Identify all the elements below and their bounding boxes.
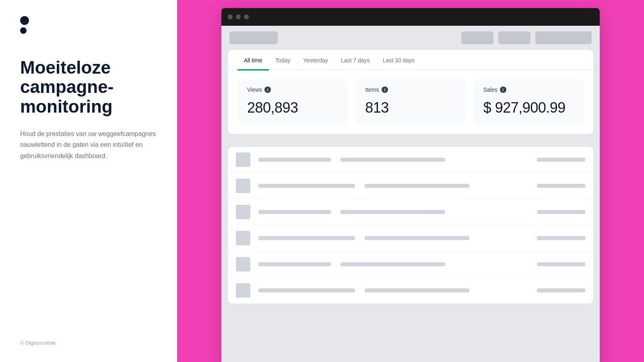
toolbar-btn-2 [498, 31, 530, 44]
copyright: © Digismoothie [20, 340, 56, 346]
stat-label-sales: Sales i [483, 86, 574, 93]
headline: Moeiteloze campagne-monitoring [20, 58, 157, 116]
right-panel: All time Today Yesterday Last 7 days Las… [177, 0, 644, 362]
dash-toolbar [221, 26, 600, 50]
row-content [258, 158, 529, 162]
stats-cards: Views i 280,893 Items i 813 [228, 70, 593, 134]
row-line [258, 262, 331, 266]
stat-card-views: Views i 280,893 [237, 78, 347, 124]
logo [20, 16, 157, 34]
stat-value-views: 280,893 [247, 99, 338, 116]
tab-yesterday[interactable]: Yesterday [297, 50, 334, 70]
row-line [537, 288, 585, 292]
row-line [537, 184, 585, 188]
row-line [258, 158, 331, 162]
stat-card-sales: Sales i $ 927,900.99 [474, 78, 584, 124]
row-line [365, 236, 469, 240]
row-thumbnail [236, 257, 250, 272]
stats-section: All time Today Yesterday Last 7 days Las… [228, 50, 593, 134]
row-line [537, 210, 585, 214]
tab-all-time[interactable]: All time [237, 50, 269, 70]
stat-value-items: 813 [365, 99, 456, 116]
left-panel: Moeiteloze campagne-monitoring Houd de p… [0, 0, 177, 362]
tab-last-30-days[interactable]: Last 30 days [376, 50, 421, 70]
browser-bar [221, 8, 600, 26]
logo-dot-large [20, 16, 29, 25]
row-thumbnail [236, 231, 250, 245]
table-row [228, 225, 593, 251]
items-info-icon: i [382, 86, 388, 93]
row-content [258, 184, 529, 188]
toolbar-btn-1 [461, 31, 493, 44]
stat-label-views: Views i [247, 86, 338, 93]
row-line [341, 210, 445, 214]
table-row [228, 251, 593, 278]
table-row [228, 147, 593, 173]
row-thumbnail [236, 179, 250, 193]
row-line [258, 236, 355, 240]
table-section [228, 147, 593, 304]
views-info-icon: i [264, 86, 271, 93]
browser-mockup: All time Today Yesterday Last 7 days Las… [221, 8, 600, 362]
toolbar-btn-3 [535, 31, 592, 44]
row-line [537, 158, 585, 162]
tab-today[interactable]: Today [269, 50, 297, 70]
row-line [537, 236, 585, 240]
row-content [258, 210, 529, 214]
row-thumbnail [236, 152, 250, 167]
row-line [365, 184, 469, 188]
row-line [258, 210, 331, 214]
stat-label-items: Items i [365, 86, 456, 93]
table-row [228, 173, 593, 199]
browser-dot-3 [244, 14, 249, 19]
row-thumbnail [236, 205, 250, 219]
row-line [537, 262, 585, 266]
dashboard: All time Today Yesterday Last 7 days Las… [221, 26, 600, 362]
browser-dot-1 [228, 14, 233, 19]
stat-value-sales: $ 927,900.99 [483, 99, 574, 116]
row-thumbnail [236, 283, 250, 298]
toolbar-search [229, 31, 278, 44]
sales-info-icon: i [500, 86, 506, 93]
tabs-row: All time Today Yesterday Last 7 days Las… [228, 50, 593, 70]
table-row [228, 278, 593, 304]
stat-card-items: Items i 813 [355, 78, 465, 124]
row-line [365, 288, 469, 292]
row-content [258, 288, 529, 292]
row-line [258, 288, 355, 292]
row-line [341, 262, 445, 266]
row-content [258, 236, 529, 240]
logo-dot-small [20, 27, 27, 34]
description: Houd de prestaties van uw weggeefcampagn… [20, 128, 157, 161]
tab-last-7-days[interactable]: Last 7 days [334, 50, 376, 70]
row-line [258, 184, 355, 188]
table-row [228, 199, 593, 225]
row-content [258, 262, 529, 266]
row-line [341, 158, 445, 162]
browser-dot-2 [236, 14, 241, 19]
